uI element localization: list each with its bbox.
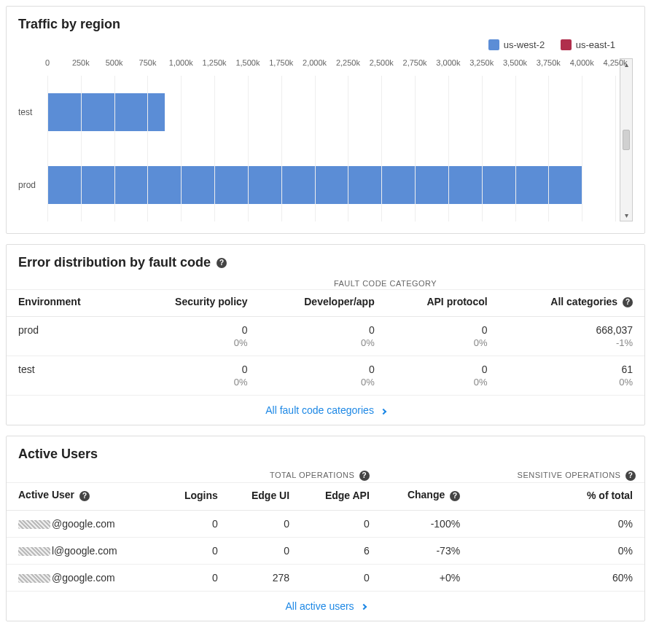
col-api-protocol: API protocol <box>383 290 496 317</box>
gridline <box>81 76 82 221</box>
chart-area: us-west-2 us-east-1 test prod 0250k500k7… <box>7 36 644 233</box>
x-axis: 0250k500k750k1,000k1,250k1,500k1,750k2,0… <box>47 58 615 76</box>
col-all-categories: All categories ? <box>496 290 644 317</box>
table-row: prod00%00%00%668,037-1% <box>7 317 644 356</box>
gridline <box>415 76 416 221</box>
cell-devapp: 00% <box>257 317 383 356</box>
bars-container <box>47 76 615 221</box>
chevron-right-icon <box>360 604 366 610</box>
panel-title: Error distribution by fault code ? <box>7 245 644 275</box>
gridline <box>482 76 483 221</box>
col-change: Change ? <box>378 483 469 510</box>
help-icon[interactable]: ? <box>623 297 633 307</box>
panel-title-text: Error distribution by fault code <box>18 255 211 270</box>
error-table: FAULT CODE CATEGORY Environment Security… <box>7 275 644 396</box>
col-active-user: Active User ? <box>7 483 160 510</box>
gridline <box>448 76 449 221</box>
x-tick: 3,000k <box>436 58 460 67</box>
help-icon[interactable]: ? <box>450 491 460 501</box>
all-active-users-link[interactable]: All active users <box>7 592 644 621</box>
table-row: l@google.com006-73%0% <box>7 537 644 564</box>
cell-all: 668,037-1% <box>496 317 644 356</box>
panel-title: Traffic by region <box>7 7 644 36</box>
x-tick: 250k <box>72 58 90 67</box>
cell-edge-ui: 278 <box>227 564 298 591</box>
cell-security: 00% <box>126 317 257 356</box>
x-tick: 1,750k <box>269 58 293 67</box>
cell-user: l@google.com <box>7 537 160 564</box>
panel-title: Active Users <box>7 436 644 466</box>
x-tick: 1,250k <box>203 58 227 67</box>
sensitive-ops-group-header: SENSITIVE OPERATIONS ? <box>469 466 644 483</box>
cell-logins: 0 <box>160 564 226 591</box>
col-logins: Logins <box>160 483 226 510</box>
col-all-categories-text: All categories <box>550 296 617 307</box>
help-icon[interactable]: ? <box>217 258 227 268</box>
x-tick: 2,750k <box>403 58 427 67</box>
cell-edge-api: 0 <box>298 564 378 591</box>
cell-user: @google.com <box>7 564 160 591</box>
gridline <box>582 76 582 221</box>
error-distribution-panel: Error distribution by fault code ? FAULT… <box>6 244 645 425</box>
gridline <box>348 76 348 221</box>
gridline <box>281 76 282 221</box>
gridline <box>548 76 549 221</box>
cell-devapp: 00% <box>257 356 383 396</box>
x-tick: 3,500k <box>503 58 527 67</box>
fault-code-group-header: FAULT CODE CATEGORY <box>126 275 644 290</box>
redacted-username <box>18 574 50 583</box>
total-ops-group-header: TOTAL OPERATIONS ? <box>227 466 378 483</box>
gridline <box>47 76 48 221</box>
x-tick: 0 <box>45 58 50 67</box>
chart-scrollbar[interactable]: ▴ ▾ <box>620 58 633 221</box>
col-security-policy: Security policy <box>126 290 257 317</box>
legend-item-us-west-2[interactable]: us-west-2 <box>488 39 545 50</box>
plot-area: 0250k500k750k1,000k1,250k1,500k1,750k2,0… <box>47 58 615 221</box>
all-fault-codes-link[interactable]: All fault code categories <box>7 396 644 425</box>
col-edge-api: Edge API <box>298 483 378 510</box>
cell-api: 00% <box>383 317 496 356</box>
link-text: All active users <box>285 600 354 612</box>
legend-label: us-east-1 <box>576 39 615 50</box>
table-row: @google.com02780+0%60% <box>7 564 644 591</box>
help-icon[interactable]: ? <box>79 491 90 501</box>
gridline <box>248 76 249 221</box>
cell-env: test <box>7 356 126 396</box>
active-users-panel: Active Users TOTAL OPERATIONS ? SENSITIV… <box>6 436 645 621</box>
col-pct-total: % of total <box>469 483 644 510</box>
x-tick: 750k <box>139 58 157 67</box>
table-row: test00%00%00%610% <box>7 356 644 396</box>
x-tick: 1,000k <box>169 58 193 67</box>
cell-change: +0% <box>378 564 469 591</box>
x-tick: 4,000k <box>570 58 594 67</box>
help-icon[interactable]: ? <box>359 471 370 481</box>
x-tick: 3,250k <box>469 58 494 67</box>
help-icon[interactable]: ? <box>625 471 636 481</box>
x-tick: 2,500k <box>370 58 394 67</box>
col-environment: Environment <box>7 290 126 317</box>
chart-legend: us-west-2 us-east-1 <box>18 36 633 58</box>
cell-security: 00% <box>126 356 257 396</box>
x-tick: 4,250k <box>603 58 627 67</box>
scroll-down-icon[interactable]: ▾ <box>625 210 628 221</box>
active-users-table: TOTAL OPERATIONS ? SENSITIVE OPERATIONS … <box>7 466 644 591</box>
gridline <box>114 76 115 221</box>
legend-item-us-east-1[interactable]: us-east-1 <box>561 39 615 50</box>
scroll-grip[interactable] <box>623 130 630 150</box>
legend-label: us-west-2 <box>504 39 545 50</box>
cell-edge-api: 6 <box>298 537 378 564</box>
table-row: @google.com000-100%0% <box>7 510 644 537</box>
gridline <box>515 76 516 221</box>
col-developer-app: Developer/app <box>257 290 383 317</box>
cell-pct-total: 0% <box>469 510 644 537</box>
chevron-right-icon <box>381 408 386 414</box>
x-tick: 500k <box>106 58 123 67</box>
cell-pct-total: 60% <box>469 564 644 591</box>
redacted-username <box>18 547 50 556</box>
cell-logins: 0 <box>160 537 226 564</box>
traffic-by-region-panel: Traffic by region us-west-2 us-east-1 te… <box>6 6 645 234</box>
gridline <box>615 76 616 221</box>
link-text: All fault code categories <box>265 404 374 416</box>
redacted-username <box>18 520 50 529</box>
y-axis-labels: test prod <box>18 58 47 221</box>
